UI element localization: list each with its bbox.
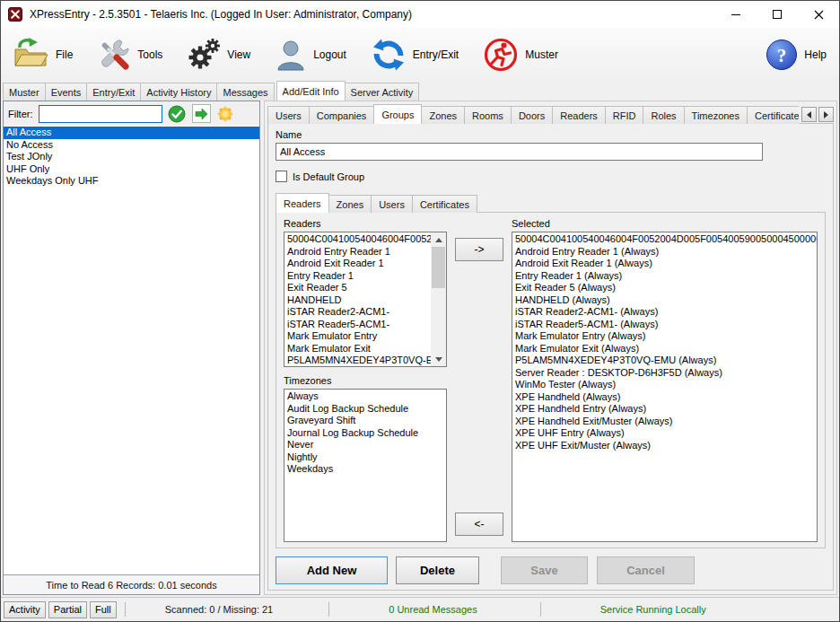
selected-item-exit-reader-5-always[interactable]: Exit Reader 5 (Always) — [512, 282, 817, 294]
logout-button[interactable]: Logout — [275, 38, 346, 72]
tab-muster[interactable]: Muster — [3, 83, 46, 101]
scroll-down-button[interactable] — [431, 352, 446, 366]
tab-certificates[interactable]: Certificates — [747, 106, 799, 124]
reader-item-istar-reader5-acm1[interactable]: iSTAR Reader5-ACM1- — [284, 319, 431, 331]
tab-server-activity[interactable]: Server Activity — [345, 83, 420, 101]
help-button[interactable]: ? Help — [766, 39, 827, 71]
tab-events[interactable]: Events — [45, 83, 88, 101]
cancel-button[interactable]: Cancel — [597, 556, 695, 584]
view-button[interactable]: View — [187, 38, 250, 72]
reader-item-handheld[interactable]: HANDHELD — [284, 294, 431, 307]
scroll-track[interactable] — [431, 247, 446, 352]
reader-item-exit-reader-5[interactable]: Exit Reader 5 — [284, 282, 431, 294]
selected-item-p5lam5mn4xedey4p3t0vq-emu-always[interactable]: P5LAM5MN4XEDEY4P3T0VQ-EMU (Always) — [512, 355, 817, 367]
file-button[interactable]: File — [12, 37, 73, 73]
maximize-button[interactable] — [757, 1, 798, 28]
selected-listbox[interactable]: 50004C004100540046004F0052004D005F005400… — [512, 232, 818, 542]
check-circle-icon — [168, 105, 186, 123]
timezone-item-never[interactable]: Never — [284, 439, 446, 451]
reader-item-p5lam5mn4xedey4p3t0vq-emu[interactable]: P5LAM5MN4XEDEY4P3T0VQ-EMU — [284, 355, 431, 366]
group-item-uhf-only[interactable]: UHF Only — [4, 163, 259, 176]
tab-add-edit-info[interactable]: Add/Edit Info — [276, 81, 346, 101]
group-item-test-jonly[interactable]: Test JOnly — [4, 151, 259, 163]
subtab-certificates[interactable]: Certificates — [412, 195, 477, 213]
subtab-users[interactable]: Users — [371, 195, 413, 213]
selected-item-winmo-tester-always[interactable]: WinMo Tester (Always) — [512, 379, 817, 391]
selected-item-handheld-always[interactable]: HANDHELD (Always) — [512, 294, 817, 307]
tab-activity-history[interactable]: Activity History — [140, 83, 217, 101]
tab-doors[interactable]: Doors — [511, 106, 553, 124]
reader-item-istar-reader2-acm1[interactable]: iSTAR Reader2-ACM1- — [284, 306, 431, 319]
tab-roles[interactable]: Roles — [643, 106, 684, 124]
tab-rooms[interactable]: Rooms — [464, 106, 512, 124]
selected-item-android-exit-reader-1-always[interactable]: Android Exit Reader 1 (Always) — [512, 258, 817, 270]
selected-item-mark-emulator-entry-always[interactable]: Mark Emulator Entry (Always) — [512, 330, 817, 343]
tab-timezones[interactable]: Timezones — [684, 106, 748, 124]
group-item-no-access[interactable]: No Access — [4, 139, 259, 152]
subtab-zones[interactable]: Zones — [328, 195, 372, 213]
tab-entry-exit[interactable]: Entry/Exit — [86, 83, 141, 101]
selected-item-xpe-handheld-always[interactable]: XPE Handheld (Always) — [512, 391, 817, 404]
groups-list[interactable]: All AccessNo AccessTest JOnlyUHF OnlyWee… — [4, 126, 259, 574]
reader-item-android-exit-reader-1[interactable]: Android Exit Reader 1 — [284, 258, 431, 270]
activity-button[interactable]: Activity — [4, 601, 46, 618]
selected-item-server-reader-desktop-d6h3f5d-always[interactable]: Server Reader : DESKTOP-D6H3F5D (Always) — [512, 367, 817, 380]
selected-item-entry-reader-1-always[interactable]: Entry Reader 1 (Always) — [512, 270, 817, 283]
filter-search-button[interactable] — [192, 104, 211, 123]
group-name-input[interactable] — [276, 143, 763, 161]
partial-button[interactable]: Partial — [48, 601, 87, 618]
timezone-item-weekdays[interactable]: Weekdays — [284, 463, 446, 476]
readers-listbox[interactable]: 50004C004100540046004F005200Android Entr… — [284, 232, 447, 367]
tools-button[interactable]: Tools — [97, 38, 162, 72]
move-right-button[interactable]: -> — [455, 238, 503, 261]
selected-item-xpe-uhf-entry-always[interactable]: XPE UHF Entry (Always) — [512, 427, 817, 440]
selected-item-xpe-handheld-exit-muster-always[interactable]: XPE Handheld Exit/Muster (Always) — [512, 416, 817, 428]
group-item-weekdays-only-uhf[interactable]: Weekdays Only UHF — [4, 175, 259, 188]
tab-companies[interactable]: Companies — [309, 106, 375, 124]
add-new-button[interactable]: Add New — [276, 556, 388, 584]
reader-item-mark-emulator-exit[interactable]: Mark Emulator Exit — [284, 343, 431, 355]
delete-button[interactable]: Delete — [396, 556, 479, 584]
entry-exit-button[interactable]: Entry/Exit — [371, 37, 459, 73]
subtab-readers[interactable]: Readers — [276, 193, 329, 213]
close-button[interactable] — [798, 1, 839, 28]
timezone-item-always[interactable]: Always — [284, 390, 446, 403]
timezone-item-nightly[interactable]: Nightly — [284, 451, 446, 464]
muster-button[interactable]: Muster — [483, 37, 558, 73]
full-button[interactable]: Full — [90, 601, 117, 618]
reader-item-android-entry-reader-1[interactable]: Android Entry Reader 1 — [284, 246, 431, 258]
selected-item-xpe-uhf-exit-muster-always[interactable]: XPE UHF Exit/Muster (Always) — [512, 440, 817, 452]
tab-rfid[interactable]: RFID — [605, 106, 644, 124]
scroll-up-button[interactable] — [431, 232, 446, 247]
tab-readers[interactable]: Readers — [552, 106, 606, 124]
save-button[interactable]: Save — [501, 556, 588, 584]
timezone-item-audit-log-backup-schedule[interactable]: Audit Log Backup Schedule — [284, 403, 446, 416]
tab-messages[interactable]: Messages — [216, 83, 274, 101]
timezone-item-journal-log-backup-schedule[interactable]: Journal Log Backup Schedule — [284, 427, 446, 440]
tab-zones[interactable]: Zones — [421, 106, 465, 124]
move-left-button[interactable]: <- — [455, 512, 503, 536]
selected-item-50004c004100540046004f0052004d005f005400[interactable]: 50004C004100540046004F0052004D005F005400… — [512, 233, 817, 246]
reader-item-50004c004100540046004f005200[interactable]: 50004C004100540046004F005200 — [284, 233, 431, 246]
group-item-all-access[interactable]: All Access — [4, 127, 259, 139]
selected-item-xpe-handheld-entry-always[interactable]: XPE Handheld Entry (Always) — [512, 403, 817, 416]
selected-item-android-entry-reader-1-always[interactable]: Android Entry Reader 1 (Always) — [512, 246, 817, 258]
selected-item-mark-emulator-exit-always[interactable]: Mark Emulator Exit (Always) — [512, 343, 817, 355]
tab-groups[interactable]: Groups — [373, 104, 422, 124]
tab-users[interactable]: Users — [267, 106, 310, 124]
filter-refresh-button[interactable] — [216, 104, 235, 123]
filter-apply-button[interactable] — [168, 104, 187, 123]
minimize-button[interactable] — [715, 1, 757, 28]
tab-scroll-left-button[interactable] — [801, 107, 817, 122]
reader-item-entry-reader-1[interactable]: Entry Reader 1 — [284, 270, 431, 283]
filter-input[interactable] — [39, 105, 162, 123]
selected-item-istar-reader2-acm1-always[interactable]: iSTAR Reader2-ACM1- (Always) — [512, 306, 817, 319]
timezone-item-graveyard-shift[interactable]: Graveyard Shift — [284, 415, 446, 427]
is-default-group-checkbox[interactable] — [276, 171, 287, 182]
reader-item-mark-emulator-entry[interactable]: Mark Emulator Entry — [284, 330, 431, 343]
tab-scroll-right-button[interactable] — [818, 107, 834, 122]
scroll-thumb[interactable] — [432, 247, 445, 288]
readers-scrollbar[interactable] — [431, 232, 446, 366]
timezones-listbox[interactable]: AlwaysAudit Log Backup ScheduleGraveyard… — [284, 389, 447, 542]
selected-item-istar-reader5-acm1-always[interactable]: iSTAR Reader5-ACM1- (Always) — [512, 319, 817, 331]
